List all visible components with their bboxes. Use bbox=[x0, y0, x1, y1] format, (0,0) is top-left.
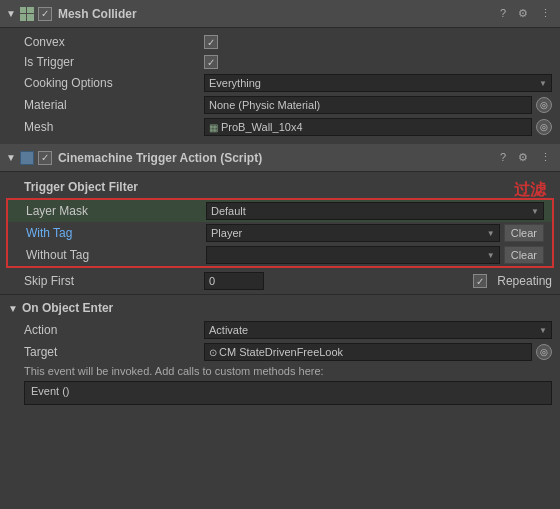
layerMask-value: Default ▼ bbox=[206, 202, 544, 220]
skipFirst-row: Skip First 0 bbox=[24, 272, 473, 290]
on-object-enter-header: ▼ On Object Enter bbox=[0, 297, 560, 319]
cinemachine-body: Trigger Object Filter 过滤 Layer Mask Defa… bbox=[0, 172, 560, 411]
mesh-label: Mesh bbox=[24, 120, 204, 134]
action-label: Action bbox=[24, 323, 204, 337]
withTag-value: Player ▼ Clear bbox=[206, 224, 544, 242]
layerMask-dropdown[interactable]: Default ▼ bbox=[206, 202, 544, 220]
skipFirst-label: Skip First bbox=[24, 274, 204, 288]
withoutTag-dropdown[interactable]: ▼ bbox=[206, 246, 500, 264]
cookingOptions-arrow: ▼ bbox=[539, 79, 547, 88]
mesh-collider-icon bbox=[20, 7, 34, 21]
material-field: None (Physic Material) bbox=[204, 96, 532, 114]
withoutTag-clear-button[interactable]: Clear bbox=[504, 246, 544, 264]
divider-1 bbox=[0, 294, 560, 295]
mesh-row: Mesh ▦ ProB_Wall_10x4 ◎ bbox=[0, 116, 560, 138]
target-icon: ⊙ bbox=[209, 347, 217, 358]
convex-value: ✓ bbox=[204, 35, 552, 49]
cinemachine-help[interactable]: ? bbox=[497, 150, 509, 165]
cookingOptions-dropdown[interactable]: Everything ▼ bbox=[204, 74, 552, 92]
mesh-value: ▦ ProB_Wall_10x4 ◎ bbox=[204, 118, 552, 136]
toggle-arrow-cinemachine[interactable]: ▼ bbox=[6, 152, 16, 163]
convex-row: Convex ✓ bbox=[0, 32, 560, 52]
withTag-arrow: ▼ bbox=[487, 229, 495, 238]
mesh-collider-header: ▼ ✓ Mesh Collider ? ⚙ ⋮ bbox=[0, 0, 560, 28]
mesh-icon: ▦ bbox=[209, 122, 218, 133]
layerMask-row: Layer Mask Default ▼ bbox=[8, 200, 552, 222]
layerMask-label: Layer Mask bbox=[26, 204, 206, 218]
info-text: This event will be invoked. Add calls to… bbox=[0, 363, 560, 379]
mesh-picker[interactable]: ◎ bbox=[536, 119, 552, 135]
material-value: None (Physic Material) ◎ bbox=[204, 96, 552, 114]
toggle-arrow-mesh[interactable]: ▼ bbox=[6, 8, 16, 19]
action-value: Activate ▼ bbox=[204, 321, 552, 339]
cookingOptions-row: Cooking Options Everything ▼ bbox=[0, 72, 560, 94]
on-object-enter-title: On Object Enter bbox=[22, 301, 113, 315]
mesh-collider-settings[interactable]: ⚙ bbox=[515, 6, 531, 21]
filter-annotation: 过滤 bbox=[514, 180, 546, 201]
cinemachine-panel: ▼ ✓ Cinemachine Trigger Action (Script) … bbox=[0, 144, 560, 411]
action-arrow: ▼ bbox=[539, 326, 547, 335]
withTag-label: With Tag bbox=[26, 226, 206, 240]
target-field: ⊙ CM StateDrivenFreeLook bbox=[204, 343, 532, 361]
convex-checkbox[interactable]: ✓ bbox=[204, 35, 218, 49]
mesh-collider-checkbox[interactable]: ✓ bbox=[38, 7, 52, 21]
repeating-checkbox[interactable]: ✓ bbox=[473, 274, 487, 288]
filter-highlight-region: 过滤 Layer Mask Default ▼ With Tag Play bbox=[6, 198, 554, 268]
isTrigger-checkbox[interactable]: ✓ bbox=[204, 55, 218, 69]
mesh-field: ▦ ProB_Wall_10x4 bbox=[204, 118, 532, 136]
withoutTag-label: Without Tag bbox=[26, 248, 206, 262]
material-label: Material bbox=[24, 98, 204, 112]
withTag-row: With Tag Player ▼ Clear bbox=[8, 222, 552, 244]
cinemachine-icon bbox=[20, 151, 34, 165]
withTag-dropdown[interactable]: Player ▼ bbox=[206, 224, 500, 242]
material-row: Material None (Physic Material) ◎ bbox=[0, 94, 560, 116]
repeating-label: Repeating bbox=[497, 274, 552, 288]
skipFirst-repeating-row: Skip First 0 ✓ Repeating bbox=[0, 270, 560, 292]
mesh-collider-body: Convex ✓ Is Trigger ✓ Cooking Options Ev… bbox=[0, 28, 560, 142]
mesh-collider-title: Mesh Collider bbox=[58, 7, 497, 21]
event-label: Event () bbox=[31, 385, 70, 397]
withoutTag-value: ▼ Clear bbox=[206, 246, 544, 264]
cookingOptions-label: Cooking Options bbox=[24, 76, 204, 90]
cinemachine-settings[interactable]: ⚙ bbox=[515, 150, 531, 165]
isTrigger-label: Is Trigger bbox=[24, 55, 204, 69]
on-object-enter-arrow[interactable]: ▼ bbox=[8, 303, 18, 314]
trigger-filter-section: Trigger Object Filter 过滤 Layer Mask Defa… bbox=[0, 176, 560, 292]
target-picker[interactable]: ◎ bbox=[536, 344, 552, 360]
convex-label: Convex bbox=[24, 35, 204, 49]
cinemachine-title: Cinemachine Trigger Action (Script) bbox=[58, 151, 497, 165]
mesh-collider-panel: ▼ ✓ Mesh Collider ? ⚙ ⋮ Convex ✓ Is Tri bbox=[0, 0, 560, 142]
withoutTag-arrow: ▼ bbox=[487, 251, 495, 260]
cinemachine-actions: ? ⚙ ⋮ bbox=[497, 150, 554, 165]
mesh-collider-more[interactable]: ⋮ bbox=[537, 6, 554, 21]
skipFirst-field[interactable]: 0 bbox=[204, 272, 264, 290]
repeating-check: ✓ Repeating bbox=[473, 274, 552, 288]
action-row: Action Activate ▼ bbox=[0, 319, 560, 341]
target-value: ⊙ CM StateDrivenFreeLook ◎ bbox=[204, 343, 552, 361]
cinemachine-more[interactable]: ⋮ bbox=[537, 150, 554, 165]
mesh-collider-actions: ? ⚙ ⋮ bbox=[497, 6, 554, 21]
target-label: Target bbox=[24, 345, 204, 359]
event-box: Event () bbox=[24, 381, 552, 405]
trigger-filter-label: Trigger Object Filter bbox=[0, 176, 560, 196]
isTrigger-value: ✓ bbox=[204, 55, 552, 69]
cinemachine-checkbox[interactable]: ✓ bbox=[38, 151, 52, 165]
target-row: Target ⊙ CM StateDrivenFreeLook ◎ bbox=[0, 341, 560, 363]
withoutTag-row: Without Tag ▼ Clear bbox=[8, 244, 552, 266]
layerMask-arrow: ▼ bbox=[531, 207, 539, 216]
isTrigger-row: Is Trigger ✓ bbox=[0, 52, 560, 72]
cinemachine-header: ▼ ✓ Cinemachine Trigger Action (Script) … bbox=[0, 144, 560, 172]
mesh-collider-help[interactable]: ? bbox=[497, 6, 509, 21]
action-dropdown[interactable]: Activate ▼ bbox=[204, 321, 552, 339]
withTag-clear-button[interactable]: Clear bbox=[504, 224, 544, 242]
material-picker[interactable]: ◎ bbox=[536, 97, 552, 113]
cookingOptions-value: Everything ▼ bbox=[204, 74, 552, 92]
